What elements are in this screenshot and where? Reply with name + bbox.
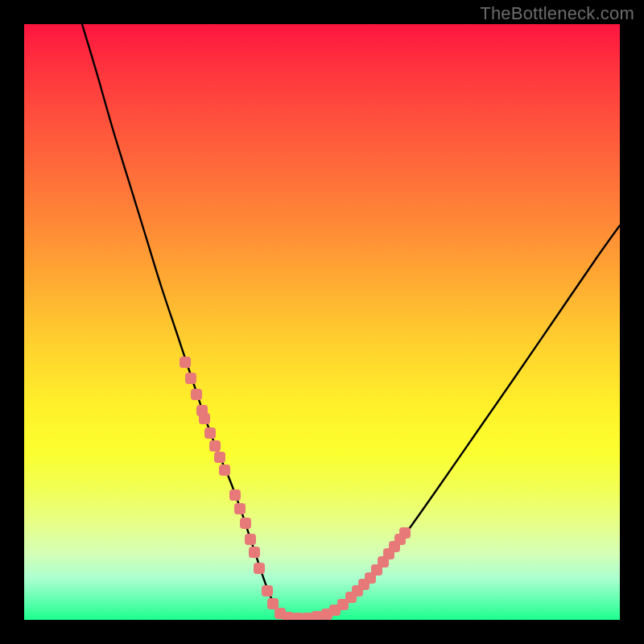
marker-dot <box>185 373 196 384</box>
marker-dot <box>399 527 411 539</box>
marker-dot <box>204 427 216 439</box>
bottleneck-curve <box>82 24 620 619</box>
marker-dot <box>245 534 256 545</box>
marker-dot <box>262 585 273 597</box>
marker-dot <box>180 357 191 368</box>
watermark-text: TheBottleneck.com <box>480 3 634 24</box>
marker-dot <box>209 440 221 452</box>
marker-dot <box>234 503 246 514</box>
marker-dot <box>302 613 313 620</box>
marker-dot <box>199 413 210 424</box>
marker-dot <box>229 489 241 501</box>
marker-dot <box>292 613 303 620</box>
marker-dot <box>249 547 260 558</box>
marker-dot <box>191 389 202 400</box>
marker-dot <box>254 563 265 574</box>
marker-dot <box>214 452 225 463</box>
marker-dot <box>240 518 251 529</box>
marker-dot <box>267 598 279 609</box>
marker-dot <box>283 612 294 620</box>
chart-svg <box>24 24 620 620</box>
marker-dot <box>312 611 323 620</box>
highlight-markers <box>180 357 411 620</box>
plot-area <box>24 24 620 620</box>
chart-frame: TheBottleneck.com <box>0 0 644 644</box>
marker-dot <box>219 464 230 476</box>
